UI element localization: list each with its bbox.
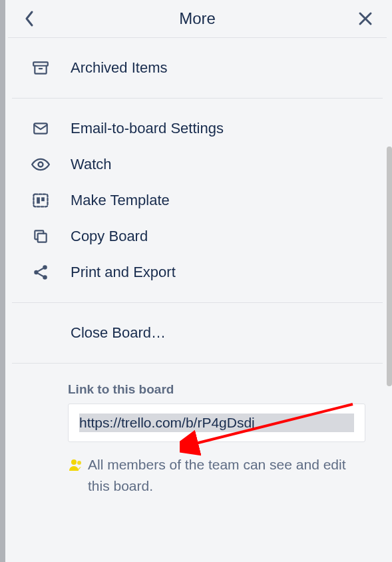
svg-point-15 [71,459,77,465]
menu-item-label: Email-to-board Settings [71,120,224,137]
panel-title: More [40,9,355,28]
link-section-label: Link to this board [68,382,365,397]
chevron-left-icon [23,9,36,28]
menu-item-label: Watch [71,156,112,173]
menu-email-settings[interactable]: Email-to-board Settings [12,111,383,146]
divider [8,37,387,38]
link-description-text: All members of the team can see and edit… [88,454,365,496]
more-menu-panel: More Archived Items [8,0,387,562]
menu-section-1: Archived Items [8,41,387,86]
menu-make-template[interactable]: Make Template [12,182,383,218]
svg-point-5 [39,162,43,167]
board-link-input[interactable] [79,414,354,432]
link-to-board-section: Link to this board All members of the te… [8,376,387,508]
close-icon [357,11,373,27]
svg-rect-8 [41,197,45,201]
svg-point-11 [34,270,39,275]
svg-rect-7 [37,197,40,203]
close-button[interactable] [355,8,376,29]
copy-icon [31,226,51,246]
panel-header: More [8,0,387,37]
back-button[interactable] [19,8,40,29]
svg-rect-2 [33,62,48,65]
eye-icon [31,154,51,174]
menu-watch[interactable]: Watch [12,146,383,182]
svg-line-14 [38,274,43,276]
divider [12,363,383,364]
menu-close-board[interactable]: Close Board… [12,315,383,351]
svg-point-16 [77,461,81,465]
scrollbar[interactable] [387,146,392,386]
left-edge-strip [0,0,5,562]
template-icon [31,190,51,210]
menu-copy-board[interactable]: Copy Board [12,218,383,254]
menu-archived-items[interactable]: Archived Items [12,50,383,86]
link-description: All members of the team can see and edit… [68,454,365,496]
svg-point-10 [43,265,47,270]
email-icon [31,119,51,139]
menu-item-label: Close Board… [71,324,166,342]
svg-rect-9 [38,234,47,242]
menu-section-2: Email-to-board Settings Watch Make Templ… [8,111,387,290]
svg-point-12 [43,275,47,280]
team-icon [68,457,84,473]
link-input-container [68,404,365,442]
menu-item-label: Archived Items [71,59,168,77]
divider [12,302,383,303]
archive-icon [31,58,51,78]
share-icon [31,262,51,282]
cut-off-item [12,41,383,46]
svg-line-13 [38,268,43,271]
menu-section-3: Close Board… [8,315,387,351]
menu-item-label: Copy Board [71,228,148,245]
svg-rect-6 [34,194,48,207]
menu-print-export[interactable]: Print and Export [12,254,383,290]
menu-item-label: Print and Export [71,264,176,281]
menu-item-label: Make Template [71,192,170,209]
divider [12,98,383,99]
